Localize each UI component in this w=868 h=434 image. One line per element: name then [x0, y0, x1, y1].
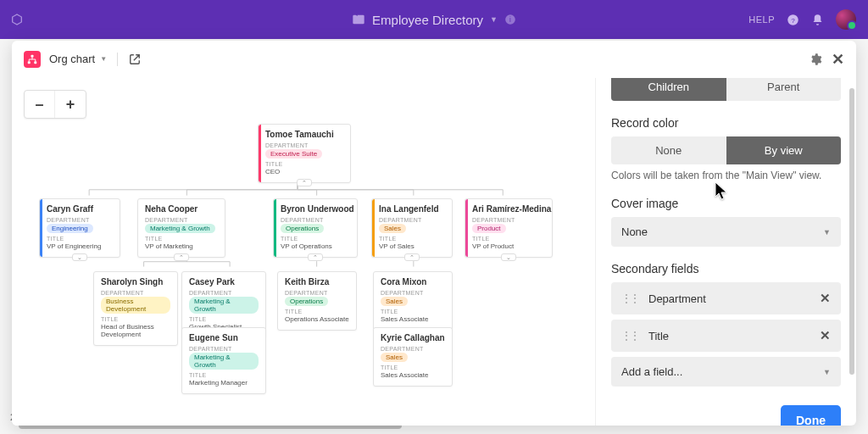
- svg-rect-6: [34, 61, 36, 64]
- zoom-in-button[interactable]: +: [55, 91, 86, 118]
- node-dept: Marketing & Growth: [145, 224, 215, 233]
- record-color-segment: None By view: [611, 136, 841, 164]
- expand-handle-icon[interactable]: ⌄: [72, 253, 87, 261]
- done-button[interactable]: Done: [781, 405, 841, 426]
- field-name: Title: [648, 330, 669, 342]
- app-topbar: Employee Directory ▼ i HELP ?: [0, 0, 868, 39]
- cover-image-value: None: [621, 225, 648, 238]
- node-card[interactable]: Neha Cooper DEPARTMENT Marketing & Growt…: [137, 198, 225, 258]
- cover-image-dropdown[interactable]: None ▼: [611, 217, 841, 247]
- node-card[interactable]: Keith Birza DEPARTMENT Operations TITLE …: [277, 271, 357, 331]
- collapse-handle-icon[interactable]: ⌃: [308, 253, 323, 261]
- node-dept: Sales: [379, 224, 406, 233]
- node-card[interactable]: Tomoe Tamauchi DEPARTMENT Executive Suit…: [258, 124, 351, 183]
- color-none-option[interactable]: None: [611, 136, 726, 164]
- add-field-dropdown[interactable]: Add a field... ▼: [611, 357, 841, 387]
- node-dept: Operations: [281, 224, 324, 233]
- node-card[interactable]: Eugene Sun DEPARTMENT Marketing & Growth…: [181, 327, 266, 394]
- divider: [117, 53, 118, 66]
- expand-handle-icon[interactable]: ⌄: [501, 253, 516, 261]
- zoom-control: – +: [24, 90, 86, 119]
- view-name-caret-icon[interactable]: ▼: [100, 55, 107, 63]
- help-icon[interactable]: ?: [787, 14, 799, 26]
- node-dept: Sales: [381, 297, 408, 306]
- node-dept: Product: [472, 224, 506, 233]
- node-name: Tomoe Tamauchi: [265, 130, 343, 139]
- svg-rect-4: [31, 54, 34, 57]
- color-byview-option[interactable]: By view: [726, 136, 842, 164]
- record-color-hint: Colors will be taken from the "Main View…: [611, 170, 841, 181]
- workspace-icon[interactable]: [10, 13, 24, 26]
- node-title: VP of Engineering: [47, 242, 113, 250]
- remove-field-icon[interactable]: ✕: [820, 328, 831, 343]
- node-dept: Marketing & Growth: [189, 353, 259, 370]
- user-avatar[interactable]: [836, 9, 856, 30]
- node-dept-label: DEPARTMENT: [265, 142, 343, 148]
- node-card[interactable]: Byron Underwood DEPARTMENT Operations TI…: [273, 198, 358, 258]
- drag-handle-icon[interactable]: ⋮⋮: [621, 330, 638, 342]
- node-card[interactable]: Ari Ramírez-Medina DEPARTMENT Product TI…: [465, 198, 553, 258]
- node-dept: Marketing & Growth: [189, 297, 259, 314]
- base-title[interactable]: Employee Directory: [372, 13, 483, 27]
- base-title-caret-icon[interactable]: ▼: [490, 15, 498, 24]
- secondary-fields-title: Secondary fields: [611, 262, 841, 275]
- node-dept: Sales: [381, 353, 408, 362]
- record-color-title: Record color: [611, 116, 841, 130]
- add-field-label: Add a field...: [621, 365, 682, 378]
- svg-text:?: ?: [791, 16, 795, 24]
- help-link[interactable]: HELP: [748, 14, 775, 25]
- gear-icon[interactable]: [809, 53, 822, 66]
- collapse-handle-icon[interactable]: ⌃: [297, 179, 312, 186]
- node-dept: Business Development: [101, 297, 170, 314]
- tree-direction-segment: Children Parent: [611, 78, 841, 101]
- tree-parent-option[interactable]: Parent: [726, 78, 842, 101]
- node-dept: Engineering: [47, 224, 93, 233]
- node-dept: Operations: [285, 297, 328, 306]
- org-chart-canvas[interactable]: – + Tomoe Tamauchi DEPARTMENT Ex: [12, 78, 595, 426]
- node-card[interactable]: Ina Langenfeld DEPARTMENT Sales TITLE VP…: [371, 198, 453, 258]
- bell-icon[interactable]: [811, 14, 824, 26]
- secondary-field-row[interactable]: ⋮⋮ Title ✕: [611, 320, 841, 352]
- node-dept: Executive Suite: [265, 149, 322, 159]
- svg-text:i: i: [509, 16, 511, 24]
- collapse-handle-icon[interactable]: ⌃: [174, 253, 189, 261]
- node-card[interactable]: Kyrie Callaghan DEPARTMENT Sales TITLE S…: [373, 327, 453, 387]
- collapse-handle-icon[interactable]: ⌃: [404, 253, 420, 261]
- secondary-field-row[interactable]: ⋮⋮ Department ✕: [611, 282, 841, 314]
- svg-rect-5: [28, 61, 31, 64]
- base-icon: [352, 13, 365, 26]
- view-name[interactable]: Org chart: [49, 53, 95, 65]
- org-chart-modal: Org chart ▼ ✕ – +: [12, 41, 856, 426]
- drag-handle-icon[interactable]: ⋮⋮: [621, 292, 638, 304]
- field-name: Department: [648, 292, 706, 305]
- node-name: Caryn Graff: [47, 204, 113, 214]
- cursor-icon: [715, 181, 730, 203]
- node-title-label: TITLE: [265, 161, 343, 167]
- share-icon[interactable]: [128, 53, 142, 66]
- node-card[interactable]: Caryn Graff DEPARTMENT Engineering TITLE…: [39, 198, 120, 258]
- chevron-down-icon: ▼: [823, 368, 831, 376]
- zoom-out-button[interactable]: –: [25, 91, 55, 118]
- remove-field-icon[interactable]: ✕: [820, 291, 831, 306]
- tree-children-option[interactable]: Children: [611, 78, 726, 101]
- chevron-down-icon: ▼: [823, 228, 831, 236]
- org-chart-app-icon: [24, 51, 41, 68]
- close-icon[interactable]: ✕: [831, 53, 844, 66]
- info-icon[interactable]: i: [504, 14, 516, 25]
- node-card[interactable]: Cora Mixon DEPARTMENT Sales TITLE Sales …: [373, 271, 453, 331]
- node-card[interactable]: Sharolyn Singh DEPARTMENT Business Devel…: [93, 271, 178, 346]
- settings-panel: Children Parent Record color None By vie…: [595, 78, 856, 426]
- node-title: CEO: [265, 168, 343, 175]
